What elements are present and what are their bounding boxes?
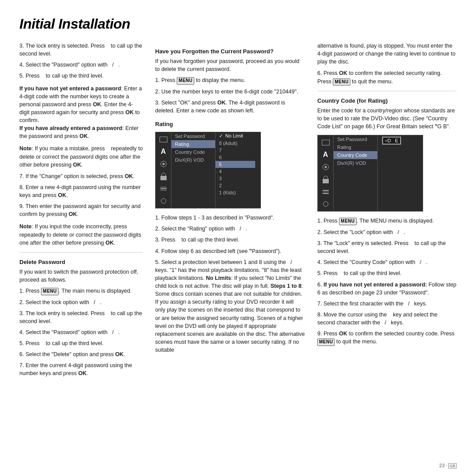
rating-menu-box: A <box>155 132 261 208</box>
note-mistake: Note: If you make a mistake, press repea… <box>19 145 143 168</box>
left-column: 3. The lock entry is selected. Press to … <box>19 42 143 381</box>
forgotten-step-2: 2. Use the number keys to enter the 6-di… <box>155 88 305 96</box>
submenu-8-adult[interactable]: 8 (Adult) <box>216 140 255 147</box>
page: Initial Installation 3. The lock entry i… <box>0 0 476 476</box>
country-step-8: 8. Move the cursor using the key and sel… <box>317 311 457 327</box>
menu-icon-circle-r <box>321 163 331 171</box>
country-step-7: 7. Select the first character with the /… <box>317 300 457 308</box>
menu-r-rating[interactable]: Rating <box>334 143 377 151</box>
menu-r-country-code[interactable]: Country Code <box>334 151 377 159</box>
delete-password-heading: Delete Password <box>19 259 143 265</box>
menu-r-divx-vod[interactable]: DivX(R) VOD <box>334 159 377 167</box>
delete-step-2: 2. Select the lock option with / . <box>19 298 143 306</box>
menu-icon-lock <box>159 172 168 181</box>
menu-r-set-password[interactable]: Set Password <box>334 135 377 143</box>
country-step-4: 4. Select the "Country Code" option with… <box>317 258 457 266</box>
rating-step-2: 2. Select the "Rating" option with / . <box>155 225 305 233</box>
delete-step-1: 1. Press MENU. The main menu is displaye… <box>19 287 143 295</box>
middle-column: Have you Forgotten the Current Password?… <box>155 42 305 381</box>
submenu-3[interactable]: 3 <box>216 175 255 182</box>
step-6-confirm: 6. Press OK to confirm the selected secu… <box>317 69 457 86</box>
menu-divx-vod[interactable]: DivX(R) VOD <box>171 156 215 164</box>
forgotten-step-1: 1. Press MENU to display the menu. <box>155 76 305 85</box>
country-input-box[interactable]: ÷D E <box>382 137 401 145</box>
rating-step-3: 3. Press to call up the third level. <box>155 236 305 244</box>
delete-step-7: 7. Enter the current 4-digit password us… <box>19 361 143 377</box>
menu-sub-col: ✓ No Limit 8 (Adult) 7 6 5 4 3 2 1 (Kids… <box>216 132 255 208</box>
menu-icon-film <box>159 184 168 193</box>
menu-country-code[interactable]: Country Code <box>171 148 215 156</box>
step-3-left: 3. The lock entry is selected. Press to … <box>19 42 143 58</box>
rating-step-5: 5. Select a protection level between 1 a… <box>155 258 305 354</box>
country-step-5: 5. Press to call up the third level. <box>317 269 457 277</box>
step-8-left: 8. Enter a new 4-digit password using th… <box>19 183 143 199</box>
delete-step-3: 3. The lock entry is selected. Press to … <box>19 309 143 325</box>
menu-main-col-r: Set Password Rating Country Code DivX(R)… <box>334 135 378 211</box>
menu-icon-tv-r <box>321 138 331 147</box>
right-column: alternative is found, play is stopped. Y… <box>317 42 457 381</box>
continued-text: alternative is found, play is stopped. Y… <box>317 42 457 66</box>
menu-icon-circle1 <box>159 160 168 168</box>
submenu-2[interactable]: 2 <box>216 182 255 189</box>
forgotten-step-3: 3. Select "OK" and press OK. The 4-digit… <box>155 99 305 115</box>
menu-icon-a-r: A <box>321 150 331 159</box>
menu-content-rating: Set Password Rating Country Code DivX(R)… <box>171 132 260 208</box>
menu-icons-right: A <box>318 135 334 211</box>
menu-icon-tv <box>159 135 168 144</box>
page-number: 23 ·GB <box>439 463 457 468</box>
submenu-5[interactable]: 5 <box>216 161 255 168</box>
delete-step-4: 4. Select the "Password" option with / . <box>19 328 143 336</box>
rating-heading: Rating <box>155 121 305 127</box>
menu-sub-col-r: ÷D E <box>378 135 417 211</box>
submenu-7[interactable]: 7 <box>216 147 255 154</box>
menu-icon-lock-r <box>321 175 331 184</box>
delete-step-6: 6. Select the "Delete" option and press … <box>19 350 143 358</box>
country-step-6: 6. If you have not yet entered a passwor… <box>317 281 457 297</box>
menu-content-country: Set Password Rating Country Code DivX(R)… <box>334 135 423 211</box>
menu-icons-left: A <box>156 132 171 208</box>
menu-set-password[interactable]: Set Password <box>171 132 215 140</box>
country-step-9: 9. Press OK to confirm the selected coun… <box>317 330 457 346</box>
country-step-3: 3. The "Lock" entry is selected. Press t… <box>317 239 457 255</box>
forgotten-intro: If you have forgotten your password, pro… <box>155 57 305 73</box>
submenu-1-kids[interactable]: 1 (Kids) <box>216 189 255 196</box>
delete-intro: If you want to switch the password prote… <box>19 268 143 284</box>
menu-main-col: Set Password Rating Country Code DivX(R)… <box>171 132 216 208</box>
country-step-1: 1. Press MENU. The MENU menu is displaye… <box>317 217 457 225</box>
menu-icon-dot <box>159 197 168 205</box>
country-menu-box: A <box>317 135 423 212</box>
forgotten-heading: Have you Forgotten the Current Password? <box>155 48 305 55</box>
note-incorrect: Note: If you input the code incorrectly,… <box>19 223 143 246</box>
page-title: Initial Installation <box>19 16 457 32</box>
rating-step-1: 1. Follow steps 1 - 3 as described in "P… <box>155 214 305 222</box>
menu-icon-dot-r <box>321 200 331 208</box>
submenu-no-limit[interactable]: ✓ No Limit <box>216 132 255 140</box>
submenu-4[interactable]: 4 <box>216 168 255 175</box>
rating-step-4: 4. Follow step 6 as described left (see … <box>155 247 305 255</box>
country-input-area: ÷D E <box>378 135 417 146</box>
submenu-6[interactable]: 6 <box>216 154 255 161</box>
step-4-left: 4. Select the "Password" option with / . <box>19 61 143 69</box>
step-9-left: 9. Then enter the password again for sec… <box>19 202 143 218</box>
country-intro: Enter the code for a country/region whos… <box>317 107 457 130</box>
menu-rating[interactable]: Rating <box>171 140 215 148</box>
country-step-2: 2. Select the "Lock" option with / . <box>317 228 457 236</box>
step-5-left: 5. Press to call up the third level. <box>19 72 143 80</box>
password-note-not-yet: If you have not yet entered a password: … <box>19 85 143 141</box>
menu-icon-a: A <box>159 147 168 156</box>
step-7-left: 7. If the "Change" option is selected, p… <box>19 172 143 180</box>
country-code-heading: Country Code (for Rating) <box>317 97 457 104</box>
delete-step-5: 5. Press to call up the third level. <box>19 339 143 347</box>
menu-icon-film-r <box>321 187 331 196</box>
